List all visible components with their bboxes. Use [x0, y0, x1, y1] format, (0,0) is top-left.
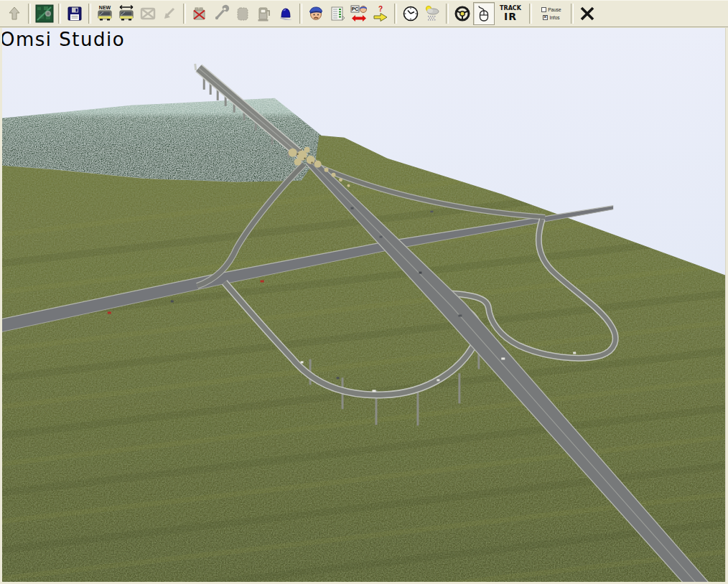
steering-wheel-icon [453, 4, 472, 23]
viewport-3d[interactable]: Omsi Studio [2, 28, 726, 582]
move-bus-button[interactable] [116, 2, 137, 25]
pause-checkbox[interactable] [541, 7, 546, 12]
scene-render [2, 28, 725, 582]
beacon-button[interactable] [275, 2, 297, 25]
up-arrow-icon [6, 5, 23, 22]
infos-checkbox[interactable] [543, 15, 548, 20]
question-label: ? [378, 5, 383, 13]
toolbar-separator [183, 4, 186, 24]
fuel-pump-button[interactable] [253, 2, 275, 25]
move-bus-icon [116, 4, 136, 24]
weather-icon [422, 4, 442, 24]
viewport-title: Omsi Studio [2, 29, 125, 50]
new-bus-label: NEW [99, 5, 111, 10]
seat-button[interactable] [232, 2, 253, 25]
pc-label: PC [352, 6, 359, 11]
toolbar: NEW [0, 0, 728, 27]
wrench-icon [212, 4, 230, 23]
infos-label: Infos [549, 15, 559, 20]
fuel-pump-icon [255, 4, 274, 23]
new-bus-button[interactable]: NEW [94, 2, 116, 25]
mouse-control-button[interactable] [473, 2, 495, 25]
map-button[interactable] [34, 2, 55, 25]
toolbar-separator [571, 4, 574, 24]
help-arrow-button[interactable]: ? [370, 2, 391, 25]
close-x-icon [577, 4, 597, 24]
jerrycan-cross-icon [190, 4, 209, 23]
mouse-icon [474, 4, 494, 24]
remove-bus-button[interactable] [137, 2, 159, 25]
repair-button[interactable] [210, 2, 232, 25]
trackir-button[interactable]: TRACK IR [495, 2, 526, 25]
blue-beacon-icon [276, 4, 295, 23]
help-arrow-icon: ? [371, 4, 390, 23]
save-floppy-icon [66, 5, 83, 22]
refuel-button[interactable] [189, 2, 210, 25]
timetable-button[interactable] [327, 2, 348, 25]
toolbar-separator [58, 4, 61, 24]
pause-label: Pause [548, 7, 561, 12]
options-button[interactable]: Pause Infos [535, 2, 568, 25]
toolbar-separator [394, 4, 397, 24]
toolbar-separator [299, 4, 302, 24]
pc-swap-icon: PC [349, 4, 369, 24]
toolbar-separator [88, 4, 91, 24]
bus-frame-icon [139, 4, 157, 23]
option-infos[interactable]: Infos [543, 14, 559, 21]
ai-driver-button[interactable] [305, 2, 327, 25]
weather-button[interactable] [421, 2, 443, 25]
enter-bus-button[interactable] [159, 2, 180, 25]
toolbar-separator [529, 4, 532, 24]
clock-icon [401, 4, 420, 23]
option-pause[interactable]: Pause [541, 6, 561, 13]
toolbar-separator [446, 4, 449, 24]
save-button[interactable] [64, 2, 85, 25]
toolbar-separator [28, 4, 31, 24]
steering-button[interactable] [452, 2, 473, 25]
new-bus-icon: NEW [95, 4, 115, 24]
seat-icon [233, 4, 252, 23]
close-button[interactable] [577, 2, 598, 25]
arrow-down-left-icon [161, 5, 178, 22]
swap-pc-button[interactable]: PC [348, 2, 370, 25]
police-officer-icon [307, 4, 325, 23]
up-button[interactable] [4, 2, 25, 25]
trackir-label-bottom: IR [504, 11, 517, 22]
timetable-list-icon [328, 4, 347, 23]
map-tile-icon [35, 4, 54, 23]
time-button[interactable] [400, 2, 421, 25]
trackir-icon: TRACK IR [495, 6, 526, 22]
